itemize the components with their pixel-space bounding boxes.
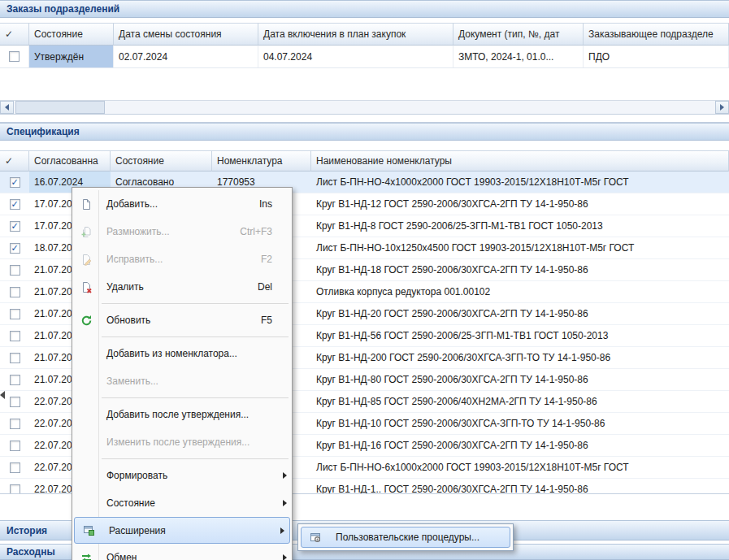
row-checkbox[interactable] <box>10 353 20 363</box>
orders-select-all-header[interactable]: ✓ <box>0 23 29 46</box>
menu-separator <box>102 303 289 304</box>
checkbox-cell: ✓ <box>0 237 29 258</box>
orders-cell-department: ПДО <box>584 46 729 67</box>
cell-name: Круг В1-НД-20 ГОСТ 2590-2006/30ХГСА-2ГП … <box>311 303 729 324</box>
cell-name: Лист Б-ПН-НО-10х1250х4500 ГОСТ 19903-201… <box>311 237 729 258</box>
menu-item-delete[interactable]: Удалить Del <box>72 273 292 301</box>
spec-col-agreed[interactable]: Согласованна <box>29 150 111 171</box>
cell-name: Круг В1-НД-10 ГОСТ 2590-2006/30ХГСА-ЗГП-… <box>311 413 729 434</box>
spec-col-code[interactable]: Номенклатура <box>212 150 311 171</box>
menu-item-add-after-approval[interactable]: Добавить после утверждения... <box>72 401 292 428</box>
row-checkbox[interactable] <box>10 309 20 319</box>
extensions-icon <box>76 524 101 536</box>
menu-item-replace: Заменить... <box>72 367 292 395</box>
row-checkbox[interactable] <box>10 484 20 495</box>
orders-col-department[interactable]: Заказывающее подразделе <box>584 23 729 46</box>
row-checkbox[interactable] <box>10 441 20 451</box>
orders-col-state[interactable]: Состояние <box>29 23 114 46</box>
exchange-icon <box>74 552 98 560</box>
select-all-check-icon: ✓ <box>5 28 13 40</box>
spec-col-name[interactable]: Наименование номенклатуры <box>311 150 729 171</box>
menu-item-refresh[interactable]: Обновить F5 <box>72 306 292 334</box>
checkbox-cell <box>0 457 29 478</box>
duplicate-document-icon <box>74 226 98 238</box>
row-checkbox[interactable] <box>10 375 20 385</box>
orders-table-header: ✓ Состояние Дата смены состояния Дата вк… <box>0 23 729 46</box>
scrollbar-thumb[interactable] <box>15 101 105 114</box>
orders-cell-date-change: 02.07.2024 <box>114 46 258 67</box>
checkbox-cell <box>0 325 29 346</box>
menu-item-add-from-nomenclature[interactable]: Добавить из номенклатора... <box>72 340 292 367</box>
checkbox-cell: ✓ <box>0 215 29 237</box>
checkbox-cell <box>0 479 29 494</box>
cell-name: Лист Б-ПН-НО-4х1000х2000 ГОСТ 19903-2015… <box>311 171 729 193</box>
row-checkbox[interactable]: ✓ <box>10 199 20 210</box>
row-checkbox[interactable] <box>10 265 20 276</box>
submenu-item-user-procedures[interactable]: Пользовательские процедуры... <box>301 527 510 548</box>
cell-name: Отливка корпуса редуктора 001.00102 <box>311 281 729 302</box>
menu-separator <box>102 458 289 459</box>
orders-row[interactable]: Утверждён 02.07.2024 04.07.2024 ЗМТО, 20… <box>0 46 729 68</box>
row-checkbox[interactable] <box>10 331 20 341</box>
menu-item-form[interactable]: Формировать <box>72 462 292 489</box>
menu-item-extensions[interactable]: Расширения <box>74 517 290 544</box>
menu-item-duplicate: Размножить... Ctrl+F3 <box>72 218 292 245</box>
splitter-collapse-arrow[interactable] <box>0 391 5 399</box>
cell-name: Круг В1-НД-18 ГОСТ 2590-2006/30ХГСА-2ГП … <box>311 259 729 280</box>
user-procedures-icon <box>303 532 328 544</box>
cell-name: Круг В1-НД-85 ГОСТ 2590-2006/40ХН2МА-2ГП… <box>311 391 729 412</box>
row-checkbox[interactable]: ✓ <box>10 243 20 254</box>
cell-name: Круг В1-НД-8 ГОСТ 2590-2006/25-ЗГП-М1-ТВ… <box>311 215 729 237</box>
menu-item-exchange[interactable]: Обмен <box>72 544 292 560</box>
row-checkbox[interactable] <box>10 419 20 429</box>
row-checkbox[interactable] <box>10 287 20 297</box>
cell-name: Круг В1-НД-1.. ГОСТ 2590-2006/30ХГСА-2ГП… <box>311 479 729 494</box>
cell-name: Круг В1-НД-16 ГОСТ 2590-2006/30ХГСА-2ГП … <box>311 435 729 456</box>
menu-item-state[interactable]: Состояние <box>72 489 292 517</box>
cell-name: Круг В1-НД-80 ГОСТ 2590-2006/30ХГСА-2ГП … <box>311 369 729 390</box>
refresh-icon <box>74 315 98 327</box>
checkbox-cell: ✓ <box>0 193 29 215</box>
menu-item-add[interactable]: Добавить... Ins <box>72 190 292 218</box>
orders-col-date-plan[interactable]: Дата включения в план закупок <box>258 23 453 46</box>
checkbox-cell <box>0 281 29 302</box>
row-checkbox[interactable] <box>10 462 20 473</box>
cell-name: Лист Б-ПН-НО-6х1000х2000 ГОСТ 19903-2015… <box>311 457 729 478</box>
cell-name: Круг В1-НД-56 ГОСТ 2590-2006/25-ЗГП-М1-Т… <box>311 325 729 346</box>
add-document-icon <box>74 198 98 211</box>
edit-document-icon <box>74 254 98 266</box>
row-checkbox[interactable] <box>9 51 20 62</box>
orders-cell-date-plan: 04.07.2024 <box>258 46 453 67</box>
scroll-right-button[interactable] <box>715 101 729 114</box>
submenu-arrow-icon <box>276 554 287 560</box>
checkbox-cell <box>0 303 29 324</box>
checkbox-cell <box>0 259 29 280</box>
menu-item-edit-after-approval: Изменить после утверждения... <box>72 428 292 456</box>
orders-hscrollbar[interactable] <box>0 100 729 114</box>
extensions-submenu: Пользовательские процедуры... <box>297 523 514 551</box>
spec-panel-header[interactable]: Спецификация <box>0 123 729 141</box>
orders-cell-document: ЗМТО, 2024-1, 01.0... <box>453 46 584 67</box>
delete-document-icon <box>74 281 98 293</box>
scroll-left-button[interactable] <box>0 101 14 114</box>
spec-select-all-header[interactable]: ✓ <box>0 150 29 171</box>
submenu-arrow-icon <box>276 500 287 506</box>
orders-panel-header[interactable]: Заказы подразделений <box>0 0 729 18</box>
checkbox-cell: ✓ <box>0 171 29 193</box>
app-root: Заказы подразделений ✓ Состояние Дата см… <box>0 0 729 560</box>
menu-item-edit: Исправить... F2 <box>72 245 292 273</box>
orders-col-date-change[interactable]: Дата смены состояния <box>114 23 258 46</box>
expenses-panel-title: Расходны <box>7 546 55 558</box>
row-checkbox[interactable]: ✓ <box>10 221 20 232</box>
row-checkbox[interactable] <box>10 397 20 407</box>
cell-name: Круг В1-НД-12 ГОСТ 2590-2006/30ХГСА-2ГП … <box>311 193 729 215</box>
row-checkbox[interactable]: ✓ <box>10 177 20 188</box>
select-all-check-icon: ✓ <box>5 155 13 167</box>
scroll-right-icon <box>720 104 724 111</box>
checkbox-cell <box>0 413 29 434</box>
spec-col-state[interactable]: Состояние <box>111 150 212 171</box>
orders-row-checkbox-cell <box>0 46 29 67</box>
orders-col-document[interactable]: Документ (тип, №, дат <box>453 23 584 46</box>
history-panel-title: История <box>7 525 47 536</box>
spec-panel-title: Спецификация <box>7 126 80 137</box>
